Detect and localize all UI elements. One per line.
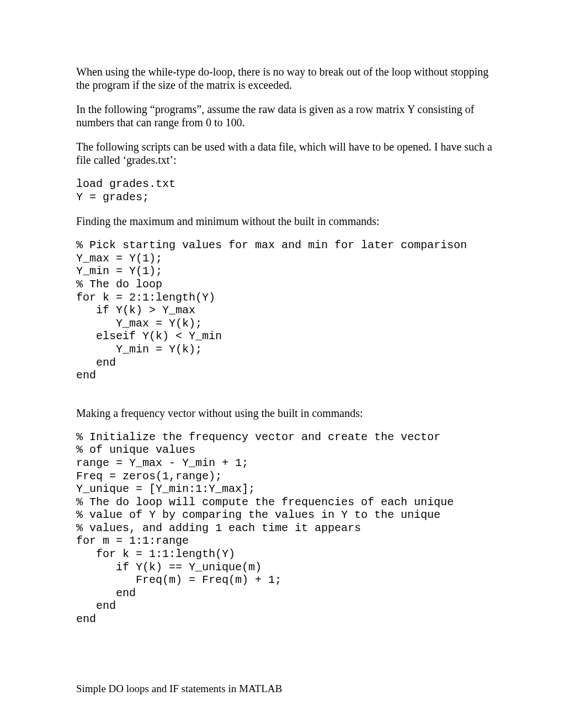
code-block-freq: % Initialize the frequency vector and cr…: [76, 431, 497, 626]
code-block-load: load grades.txt Y = grades;: [76, 178, 497, 204]
paragraph-5: Making a frequency vector without using …: [76, 406, 497, 420]
paragraph-4: Finding the maximum and minimum without …: [76, 215, 497, 228]
paragraph-1: When using the while-type do-loop, there…: [76, 65, 497, 92]
paragraph-3: The following scripts can be used with a…: [76, 140, 497, 167]
page: When using the while-type do-loop, there…: [0, 0, 563, 728]
footer-title: Simple DO loops and IF statements in MAT…: [76, 683, 282, 695]
spacer: [76, 393, 497, 406]
paragraph-2: In the following “programs”, assume the …: [76, 103, 497, 129]
code-block-maxmin: % Pick starting values for max and min f…: [76, 239, 497, 382]
